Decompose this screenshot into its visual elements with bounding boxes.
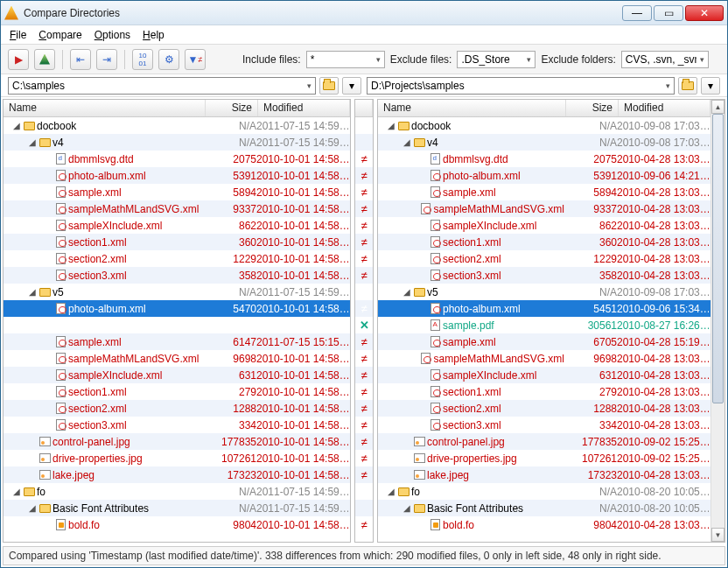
file-row[interactable]: ◢Basic Font AttributesN/A2010-08-20 10:0… [378, 500, 710, 516]
file-row[interactable]: sampleXInclude.xml6312010-10-01 14:58… [4, 367, 350, 383]
file-date: 2010-09-06 14:21… [617, 170, 709, 182]
col-size[interactable]: Size [566, 100, 619, 116]
file-row[interactable]: sample.xml58942010-10-01 14:58… [4, 184, 350, 200]
left-column-header[interactable]: Name Size Modified [4, 100, 350, 117]
vertical-scrollbar[interactable]: ▲ ▼ [710, 100, 724, 542]
left-rows[interactable]: ◢docbookN/A2011-07-15 14:59…◢v4N/A2011-0… [4, 117, 350, 542]
exclude-folders-dropdown[interactable]: CVS, .svn, _svn [621, 51, 709, 68]
file-row[interactable]: ◢foN/A2011-07-15 14:59… [4, 483, 350, 500]
copy-right-button[interactable]: ⇥ [96, 49, 117, 70]
file-row[interactable]: sampleMathMLandSVG.xml96982010-04-28 13:… [378, 350, 710, 367]
file-row[interactable]: drive-properties.jpg1072612010-09-02 15:… [378, 450, 710, 466]
file-row[interactable]: ◢v5N/A2011-07-15 14:59… [4, 284, 350, 300]
col-size[interactable]: Size [206, 100, 258, 116]
right-rows[interactable]: ◢docbookN/A2010-09-08 17:03…◢v4N/A2010-0… [378, 117, 710, 542]
col-name[interactable]: Name [378, 100, 566, 116]
expand-toggle[interactable]: ◢ [402, 137, 411, 147]
file-row[interactable]: bold.fo98042010-10-01 14:58… [4, 516, 350, 533]
file-row[interactable]: drive-properties.jpg1072612010-10-01 14:… [4, 450, 350, 466]
file-row[interactable]: sampleXInclude.xml8622010-10-01 14:58… [4, 217, 350, 234]
include-files-dropdown[interactable]: * [306, 51, 385, 68]
settings-button[interactable]: ⚙ [158, 49, 179, 70]
file-row[interactable]: photo-album.xml53912010-09-06 14:21… [378, 167, 710, 184]
file-row[interactable]: sampleXInclude.xml8622010-04-28 13:03… [378, 217, 710, 234]
filter-button[interactable]: ▼≠ [185, 49, 206, 70]
menu-options[interactable]: Options [94, 29, 130, 41]
file-row[interactable]: dbmmlsvg.dtd20752010-04-28 13:03… [378, 151, 710, 167]
file-row[interactable]: section2.xml12292010-04-28 13:03… [378, 250, 710, 267]
maximize-button[interactable]: ▭ [654, 5, 683, 21]
file-row[interactable]: dbmmlsvg.dtd20752010-10-01 14:58… [4, 151, 350, 167]
file-row[interactable]: ◢v4N/A2010-09-08 17:03… [378, 134, 710, 151]
minimize-button[interactable]: — [622, 5, 652, 21]
file-row[interactable]: ◢v4N/A2011-07-15 14:59… [4, 134, 350, 151]
file-row[interactable]: section1.xml2792010-10-01 14:58… [4, 383, 350, 400]
copy-left-button[interactable]: ⇤ [70, 49, 91, 70]
file-row[interactable]: sampleMathMLandSVG.xml93372010-10-01 14:… [4, 200, 350, 217]
binary-compare-button[interactable]: 1001 [132, 49, 153, 70]
left-refresh-button[interactable]: ▾ [342, 77, 361, 95]
scroll-track[interactable] [711, 114, 724, 528]
file-size: N/A [204, 286, 256, 298]
file-row[interactable]: sample.xml67052010-04-28 15:19… [378, 333, 710, 350]
file-row[interactable]: ◢foN/A2010-08-20 10:05… [378, 483, 710, 500]
expand-toggle[interactable]: ◢ [402, 503, 411, 513]
file-row[interactable]: lake.jpeg173232010-10-01 14:58… [4, 466, 350, 483]
right-path-input[interactable]: D:\Projects\samples [367, 77, 675, 95]
expand-toggle[interactable]: ◢ [28, 137, 37, 147]
file-row[interactable]: section1.xml3602010-04-28 13:03… [378, 234, 710, 250]
file-row[interactable]: section1.xml3602010-10-01 14:58… [4, 234, 350, 250]
col-modified[interactable]: Modified [619, 100, 710, 116]
file-row[interactable]: photo-album.xml53912010-10-01 14:58… [4, 167, 350, 184]
file-row[interactable]: sample.xml58942010-04-28 13:03… [378, 184, 710, 200]
menu-help[interactable]: Help [143, 29, 164, 41]
scroll-down-button[interactable]: ▼ [711, 528, 724, 542]
expand-toggle[interactable]: ◢ [402, 287, 411, 297]
file-row[interactable]: ◢v5N/A2010-09-08 17:03… [378, 284, 710, 300]
file-row[interactable]: bold.fo98042010-04-28 13:03… [378, 516, 710, 533]
file-row[interactable]: control-panel.jpg1778352010-09-02 15:25… [378, 433, 710, 450]
file-row[interactable]: photo-album.xml54512010-09-06 15:34… [378, 300, 710, 317]
expand-toggle[interactable]: ◢ [12, 487, 21, 496]
expand-toggle[interactable]: ◢ [387, 121, 396, 130]
file-row[interactable]: section3.xml3582010-10-01 14:58… [4, 267, 350, 284]
file-row[interactable]: control-panel.jpg1778352010-10-01 14:58… [4, 433, 350, 450]
file-row[interactable]: section2.xml12882010-10-01 14:58… [4, 400, 350, 417]
menu-file[interactable]: File [10, 29, 26, 41]
right-browse-button[interactable] [678, 77, 697, 95]
col-name[interactable]: Name [4, 100, 206, 116]
close-button[interactable]: ✕ [685, 5, 724, 21]
file-row[interactable]: section3.xml3582010-04-28 13:03… [378, 267, 710, 284]
file-row[interactable]: section1.xml2792010-04-28 13:03… [378, 383, 710, 400]
file-row[interactable]: photo-album.xml54702010-10-01 14:58… [4, 300, 350, 317]
scroll-up-button[interactable]: ▲ [711, 100, 724, 114]
col-modified[interactable]: Modified [258, 100, 350, 116]
right-column-header[interactable]: Name Size Modified [378, 100, 710, 117]
left-path-input[interactable]: C:\samples [8, 77, 316, 95]
menu-compare[interactable]: Compare [38, 29, 81, 41]
file-row[interactable]: sampleMathMLandSVG.xml93372010-04-28 13:… [378, 200, 710, 217]
expand-toggle[interactable]: ◢ [28, 287, 37, 297]
expand-toggle[interactable]: ◢ [387, 487, 396, 496]
run-button[interactable] [34, 49, 55, 70]
expand-toggle[interactable]: ◢ [28, 503, 37, 513]
file-row[interactable]: sampleMathMLandSVG.xml96982010-10-01 14:… [4, 350, 350, 367]
file-row[interactable]: section3.xml3342010-10-01 14:58… [4, 417, 350, 433]
expand-toggle[interactable]: ◢ [12, 121, 21, 130]
right-refresh-button[interactable]: ▾ [701, 77, 720, 95]
scroll-thumb[interactable] [712, 114, 724, 403]
file-row[interactable]: section2.xml12882010-04-28 13:03… [378, 400, 710, 417]
title-bar[interactable]: Compare Directories — ▭ ✕ [1, 1, 727, 25]
file-row[interactable]: sample.pdf305612010-08-27 16:26… [378, 317, 710, 333]
file-row[interactable]: sample.xml61472011-07-15 15:15… [4, 333, 350, 350]
left-browse-button[interactable] [319, 77, 339, 95]
file-row[interactable]: section2.xml12292010-10-01 14:58… [4, 250, 350, 267]
file-row[interactable]: ◢docbookN/A2010-09-08 17:03… [378, 117, 710, 134]
exclude-files-dropdown[interactable]: .DS_Store [457, 51, 536, 68]
file-row[interactable]: ◢docbookN/A2011-07-15 14:59… [4, 117, 350, 134]
file-row[interactable]: ◢Basic Font AttributesN/A2011-07-15 14:5… [4, 500, 350, 516]
file-row[interactable]: lake.jpeg173232010-04-28 13:03… [378, 466, 710, 483]
file-row[interactable]: section3.xml3342010-04-28 13:03… [378, 417, 710, 433]
file-row[interactable]: sampleXInclude.xml6312010-04-28 13:03… [378, 367, 710, 383]
compare-button[interactable]: ▶ [8, 49, 29, 70]
